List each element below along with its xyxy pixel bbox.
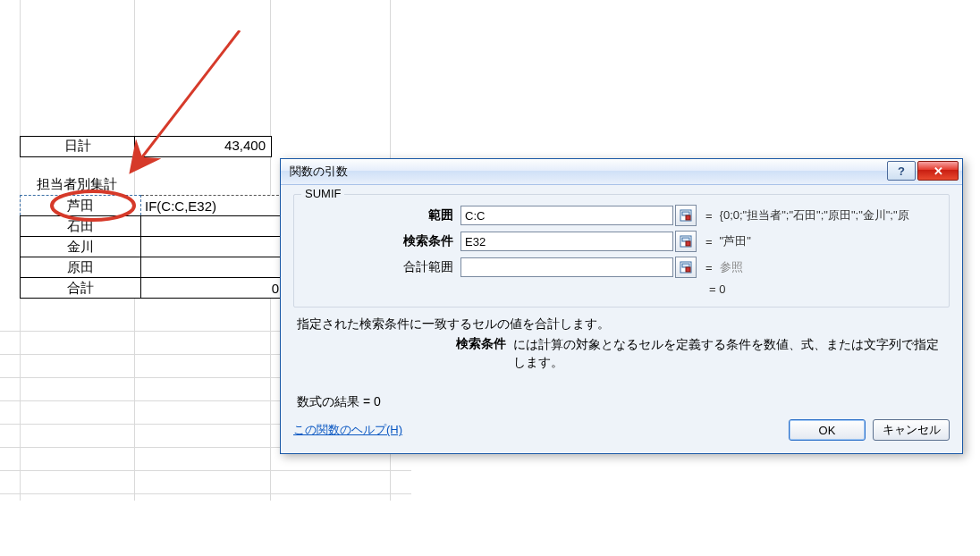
- summary-table: 芦田 IF(C:C,E32) 石田 金川 原田 合計 0: [20, 195, 283, 299]
- cell-name[interactable]: 金川: [21, 237, 141, 257]
- cell-value[interactable]: [141, 257, 283, 278]
- table-row[interactable]: 金川: [21, 237, 283, 257]
- arg-label: 検索条件: [305, 233, 460, 249]
- range-select-icon[interactable]: [675, 205, 697, 226]
- ok-button[interactable]: OK: [789, 419, 866, 441]
- table-row[interactable]: 合計 0: [21, 278, 283, 299]
- function-description: 指定された検索条件に一致するセルの値を合計します。: [297, 316, 950, 333]
- arg-input-range[interactable]: [460, 206, 673, 225]
- formula-result: 数式の結果 = 0: [297, 394, 950, 410]
- arg-result: 参照: [720, 259, 938, 275]
- arg-row-criteria: 検索条件 = "芦田": [305, 231, 938, 252]
- cell-name[interactable]: 合計: [21, 278, 141, 299]
- close-button[interactable]: ✕: [917, 161, 959, 181]
- table-header: 担当者別集計: [20, 173, 134, 195]
- range-select-icon[interactable]: [675, 231, 697, 252]
- arg-input-sumrange[interactable]: [460, 257, 673, 277]
- cell-value[interactable]: [141, 237, 283, 257]
- svg-rect-7: [686, 241, 690, 246]
- svg-rect-4: [686, 215, 690, 220]
- table-row[interactable]: 芦田 IF(C:C,E32): [21, 196, 283, 216]
- arg-result: {0;0;"担当者";"石田";"原田";"金川";"原: [720, 207, 938, 223]
- svg-rect-10: [686, 267, 690, 272]
- overall-result: = 0: [305, 282, 938, 296]
- help-button[interactable]: ?: [887, 161, 916, 181]
- help-link[interactable]: この関数のヘルプ(H): [293, 422, 402, 438]
- svg-rect-3: [682, 212, 689, 215]
- dialog-titlebar[interactable]: 関数の引数 ? ✕: [281, 159, 962, 185]
- cancel-button[interactable]: キャンセル: [873, 419, 950, 441]
- table-row[interactable]: 石田: [21, 216, 283, 237]
- svg-rect-9: [682, 264, 689, 267]
- prev-total-value: 43,400: [135, 137, 271, 156]
- function-frame: SUMIF 範囲 = {0;0;"担当者";"石田";"原田";"金川";"原 …: [293, 194, 950, 307]
- argument-description: 検索条件 には計算の対象となるセルを定義する条件を数値、式、または文字列で指定し…: [297, 336, 950, 371]
- arg-result: "芦田": [720, 233, 938, 249]
- arg-input-criteria[interactable]: [460, 232, 673, 251]
- arg-row-range: 範囲 = {0;0;"担当者";"石田";"原田";"金川";"原: [305, 205, 938, 226]
- range-select-icon[interactable]: [675, 257, 697, 278]
- cell-value[interactable]: [141, 216, 283, 237]
- dialog-title: 関数の引数: [290, 164, 348, 180]
- arg-label: 範囲: [305, 207, 460, 223]
- function-arguments-dialog: 関数の引数 ? ✕ SUMIF 範囲 = {0;0;"担当者";"石田";"原田…: [280, 158, 963, 454]
- cell-name-ashida[interactable]: 芦田: [21, 196, 141, 216]
- prev-total-label: 日計: [21, 137, 135, 156]
- table-row[interactable]: 原田: [21, 257, 283, 278]
- function-name-label: SUMIF: [301, 187, 344, 200]
- arg-desc-text: には計算の対象となるセルを定義する条件を数値、式、または文字列で指定します。: [513, 336, 950, 371]
- arg-desc-label: 検索条件: [297, 336, 513, 371]
- arg-label: 合計範囲: [305, 259, 460, 275]
- arg-row-sumrange: 合計範囲 = 参照: [305, 257, 938, 278]
- cell-name[interactable]: 石田: [21, 216, 141, 237]
- svg-rect-6: [682, 238, 689, 241]
- prev-table-total-row: 日計 43,400: [20, 136, 272, 157]
- cell-name[interactable]: 原田: [21, 257, 141, 278]
- cell-formula-active[interactable]: IF(C:C,E32): [141, 196, 283, 216]
- cell-value[interactable]: 0: [141, 278, 283, 299]
